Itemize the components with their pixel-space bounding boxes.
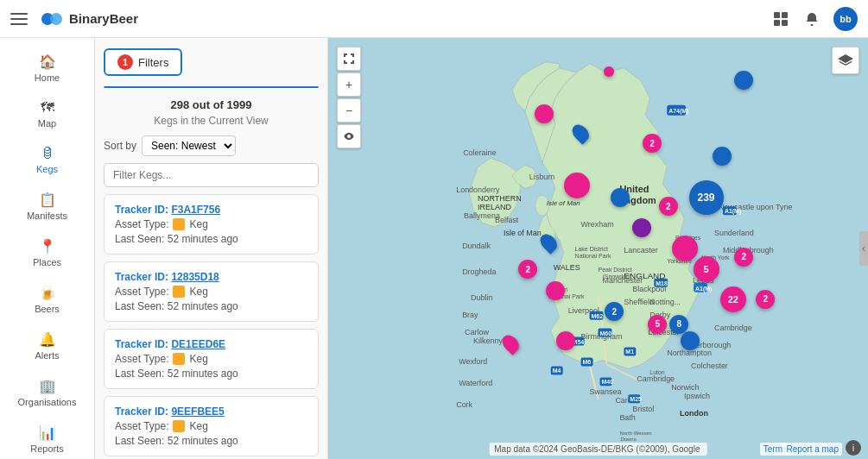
keg-card[interactable]: Tracker ID: DE1EED6E Asset Type: Keg Las…	[104, 329, 319, 389]
svg-text:Isle of Man: Isle of Man	[547, 199, 580, 207]
avatar[interactable]: bb	[833, 7, 858, 31]
tracker-link[interactable]: 9EEFBEE5	[171, 406, 224, 418]
kegs-icon: 🛢	[41, 146, 54, 161]
keg-card[interactable]: Tracker ID: 9EEFBEE5 Asset Type: Keg Las…	[104, 396, 319, 456]
map-layers-button[interactable]	[832, 47, 859, 74]
map-marker[interactable]	[681, 331, 700, 350]
asset-icon	[173, 353, 185, 365]
map-marker[interactable]: 5	[694, 256, 719, 282]
map-report-link[interactable]: Report a map	[782, 443, 842, 456]
keg-card[interactable]: Tracker ID: F3A1F756 Asset Type: Keg Las…	[104, 194, 319, 255]
sort-select[interactable]: Seen: Newest Seen: Oldest ID: A-Z	[142, 135, 236, 156]
app-name: BinaryBeer	[69, 11, 138, 26]
svg-text:Swansea: Swansea	[590, 387, 622, 396]
svg-text:North Wessex: North Wessex	[619, 431, 651, 436]
map-marker[interactable]	[546, 281, 565, 300]
map-marker[interactable]: 8	[669, 315, 688, 334]
map-marker[interactable]: 2	[734, 248, 753, 267]
map-eye-button[interactable]	[337, 124, 361, 148]
asset-label: Keg	[189, 218, 207, 230]
tracker-link[interactable]: DE1EED6E	[171, 338, 225, 350]
beers-icon: 🍺	[39, 285, 56, 301]
svg-text:Isle of Man: Isle of Man	[504, 229, 542, 237]
sidebar-label-kegs: Kegs	[36, 164, 58, 174]
sidebar-item-manifests[interactable]: 📋 Manifests	[5, 185, 89, 228]
svg-text:M25: M25	[630, 396, 642, 402]
map-marker[interactable]: 2	[643, 134, 662, 153]
map-marker[interactable]	[632, 218, 651, 237]
map-marker[interactable]: 2	[518, 260, 537, 279]
sidebar-item-map[interactable]: 🗺 Map	[5, 93, 89, 135]
svg-text:Ipswich: Ipswich	[684, 392, 710, 400]
svg-text:(Snowdon): (Snowdon)	[602, 274, 631, 280]
collapse-handle[interactable]: ‹	[859, 231, 868, 266]
sidebar-label-reports: Reports	[30, 443, 64, 454]
keg-card[interactable]: Tracker ID: 12835D18 Asset Type: Keg Las…	[104, 261, 319, 322]
filter-kegs-input[interactable]	[104, 163, 319, 187]
svg-text:Dublin: Dublin	[471, 293, 492, 302]
map-marker[interactable]: 2	[605, 302, 624, 321]
filters-button[interactable]: 1 Filters	[104, 48, 182, 76]
svg-text:Londonderry: Londonderry	[456, 185, 500, 194]
svg-text:Carlow: Carlow	[465, 328, 489, 336]
map-marker[interactable]	[611, 188, 630, 207]
organisations-icon: 🏢	[39, 378, 56, 394]
svg-text:Drogheda: Drogheda	[462, 267, 496, 276]
map-expand-button[interactable]	[337, 47, 361, 71]
map-marker[interactable]	[604, 66, 614, 77]
tab-places[interactable]: Places	[212, 87, 319, 88]
map-marker[interactable]: 2	[659, 197, 678, 216]
asset-label: Keg	[189, 286, 207, 298]
map-marker[interactable]	[556, 331, 575, 350]
svg-text:M60: M60	[599, 330, 611, 336]
map-marker[interactable]	[713, 147, 732, 166]
map-marker[interactable]	[672, 236, 698, 261]
map-marker[interactable]: 22	[720, 286, 746, 312]
topbar: BinaryBeer bb	[0, 0, 868, 38]
svg-text:Notting...: Notting...	[649, 298, 681, 306]
svg-text:M18: M18	[656, 280, 668, 286]
map-marker[interactable]	[535, 104, 554, 123]
map-marker[interactable]: 239	[689, 180, 724, 215]
keg-last-seen: Last Seen: 52 minutes ago	[115, 300, 307, 312]
sort-label: Sort by	[104, 140, 136, 152]
tracker-link[interactable]: F3A1F756	[171, 204, 220, 216]
grid-icon[interactable]	[771, 9, 790, 28]
tracker-link[interactable]: 12835D18	[171, 271, 219, 283]
stats-subtitle: Kegs in the Current View	[104, 115, 319, 127]
map-marker[interactable]: 2	[756, 290, 775, 309]
svg-text:Dundalk: Dundalk	[462, 242, 491, 250]
sidebar-label-alerts: Alerts	[35, 350, 59, 361]
sidebar-label-map: Map	[38, 118, 56, 129]
map-controls: + −	[337, 47, 361, 148]
svg-text:Waterford: Waterford	[459, 379, 492, 387]
sidebar-item-organisations[interactable]: 🏢 Organisations	[5, 371, 89, 414]
sidebar-item-home[interactable]: 🏠 Home	[5, 47, 89, 90]
map-info-button[interactable]: i	[846, 440, 861, 456]
sidebar-item-alerts[interactable]: 🔔 Alerts	[5, 324, 89, 368]
sidebar-item-places[interactable]: 📍 Places	[5, 231, 89, 274]
map-marker[interactable]	[564, 173, 590, 198]
svg-text:Cork: Cork	[456, 400, 472, 409]
sidebar-item-beers[interactable]: 🍺 Beers	[5, 278, 89, 321]
app-logo: BinaryBeer	[40, 7, 138, 31]
map-marker[interactable]: 5	[648, 315, 667, 334]
sidebar-item-reports[interactable]: 📊 Reports	[5, 418, 89, 459]
map-marker[interactable]	[734, 71, 753, 90]
keg-cards-list: Tracker ID: F3A1F756 Asset Type: Keg Las…	[104, 194, 319, 459]
asset-label: Keg	[189, 353, 207, 365]
keg-last-seen: Last Seen: 52 minutes ago	[115, 368, 307, 380]
alerts-icon: 🔔	[39, 331, 56, 348]
svg-text:Lake District: Lake District	[575, 246, 608, 252]
svg-text:Colchester: Colchester	[691, 362, 728, 370]
map-zoom-out-button[interactable]: −	[337, 98, 361, 123]
reports-icon: 📊	[39, 424, 56, 441]
keg-last-seen: Last Seen: 52 minutes ago	[115, 233, 307, 245]
svg-rect-5	[782, 20, 788, 26]
main-layout: 🏠 Home 🗺 Map 🛢 Kegs 📋 Manifests 📍 Places…	[0, 38, 868, 459]
map-zoom-in-button[interactable]: +	[337, 72, 361, 97]
tab-kegs[interactable]: Kegs	[105, 87, 212, 88]
hamburger-icon[interactable]	[10, 10, 28, 28]
bell-icon[interactable]	[802, 9, 821, 28]
sidebar-item-kegs[interactable]: 🛢 Kegs	[5, 139, 89, 181]
